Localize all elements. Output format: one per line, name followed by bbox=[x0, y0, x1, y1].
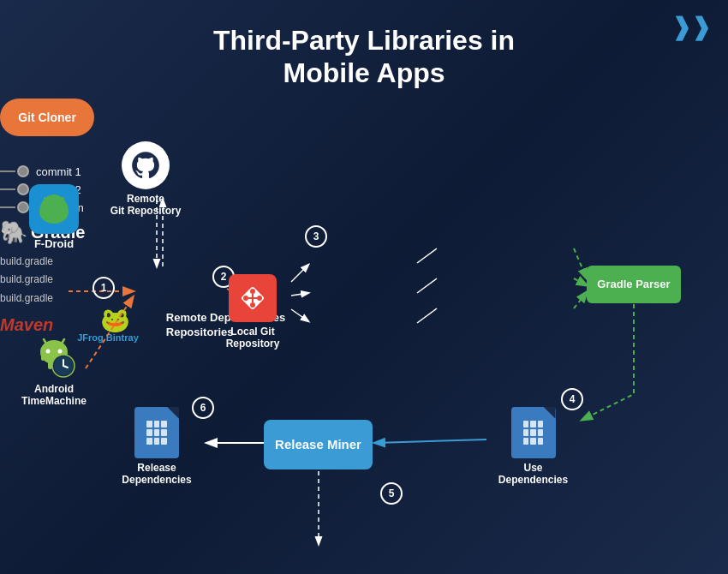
release-deps-icon bbox=[134, 407, 179, 458]
svg-point-42 bbox=[257, 296, 262, 301]
commit-1: commit 1 bbox=[0, 165, 111, 178]
jfrog-icon: 🐸 bbox=[77, 308, 152, 332]
release-deps-label: ReleaseDependencies bbox=[122, 462, 191, 487]
svg-line-14 bbox=[375, 439, 486, 443]
use-deps-icon bbox=[511, 407, 556, 458]
fdroid-label: F-Droid bbox=[34, 237, 74, 250]
git-cloner-label: Git Cloner bbox=[18, 111, 76, 124]
diagram: F-Droid Android TimeMachine bbox=[0, 99, 728, 574]
svg-line-9 bbox=[417, 278, 437, 293]
svg-rect-28 bbox=[48, 361, 52, 369]
svg-line-24 bbox=[61, 198, 63, 201]
svg-line-11 bbox=[574, 248, 587, 278]
gradle-file-2: build.gradle bbox=[0, 271, 137, 290]
svg-point-19 bbox=[48, 204, 51, 207]
local-git-icon bbox=[229, 274, 277, 322]
svg-line-13 bbox=[574, 292, 587, 308]
title-line2: Mobile Apps bbox=[283, 57, 445, 88]
svg-rect-21 bbox=[49, 213, 52, 219]
gradle-parser-node: Gradle Parser bbox=[587, 266, 681, 303]
badge-5: 5 bbox=[380, 482, 403, 505]
github-icon bbox=[122, 141, 170, 189]
release-miner-label: Release Miner bbox=[275, 437, 361, 451]
svg-rect-17 bbox=[34, 189, 74, 229]
svg-point-41 bbox=[243, 296, 248, 301]
commit-1-label: commit 1 bbox=[36, 165, 81, 178]
svg-line-8 bbox=[417, 248, 437, 263]
svg-point-27 bbox=[58, 349, 63, 353]
svg-rect-30 bbox=[41, 352, 45, 361]
atm-icon bbox=[29, 330, 79, 380]
page-title: Third-Party Libraries in Mobile Apps bbox=[0, 0, 728, 99]
svg-point-20 bbox=[57, 204, 60, 207]
svg-rect-22 bbox=[56, 213, 59, 219]
fdroid-icon bbox=[29, 184, 79, 234]
badge-1: 1 bbox=[92, 277, 115, 299]
atm-label: Android TimeMachine bbox=[7, 383, 101, 408]
remote-git-node: RemoteGit Repository bbox=[98, 141, 193, 218]
title-line1: Third-Party Libraries in bbox=[213, 25, 515, 56]
atm-node: Android TimeMachine bbox=[7, 330, 101, 408]
use-deps-grid bbox=[520, 417, 547, 448]
release-deps-node: ReleaseDependencies bbox=[110, 407, 204, 487]
fdroid-node: F-Droid bbox=[15, 184, 92, 250]
svg-line-12 bbox=[574, 278, 587, 285]
gradle-parser-label: Gradle Parser bbox=[597, 278, 670, 290]
gradle-file-1: build.gradle bbox=[0, 253, 137, 272]
svg-line-33 bbox=[62, 339, 64, 344]
local-git-node: Local GitRepository bbox=[206, 274, 300, 350]
release-miner-node: Release Miner bbox=[264, 420, 373, 469]
svg-point-18 bbox=[43, 197, 65, 216]
gradle-files-list: build.gradle build.gradle build.gradle bbox=[0, 253, 137, 308]
remote-git-label: RemoteGit Repository bbox=[110, 193, 182, 218]
svg-line-32 bbox=[44, 339, 46, 344]
local-git-label: Local GitRepository bbox=[226, 326, 280, 350]
svg-point-26 bbox=[46, 349, 51, 353]
topright-logo: ❱❱ bbox=[671, 13, 711, 41]
badge-3: 3 bbox=[305, 225, 327, 248]
fdroid-svg bbox=[34, 189, 74, 229]
use-deps-node: UseDependencies bbox=[488, 407, 578, 487]
gradle-file-3: build.gradle bbox=[0, 290, 137, 308]
svg-line-23 bbox=[45, 198, 47, 201]
svg-point-40 bbox=[250, 302, 255, 308]
svg-line-10 bbox=[417, 308, 437, 323]
git-cloner-node: Git Cloner bbox=[0, 99, 94, 136]
use-deps-label: UseDependencies bbox=[498, 462, 568, 487]
svg-point-39 bbox=[250, 289, 255, 294]
